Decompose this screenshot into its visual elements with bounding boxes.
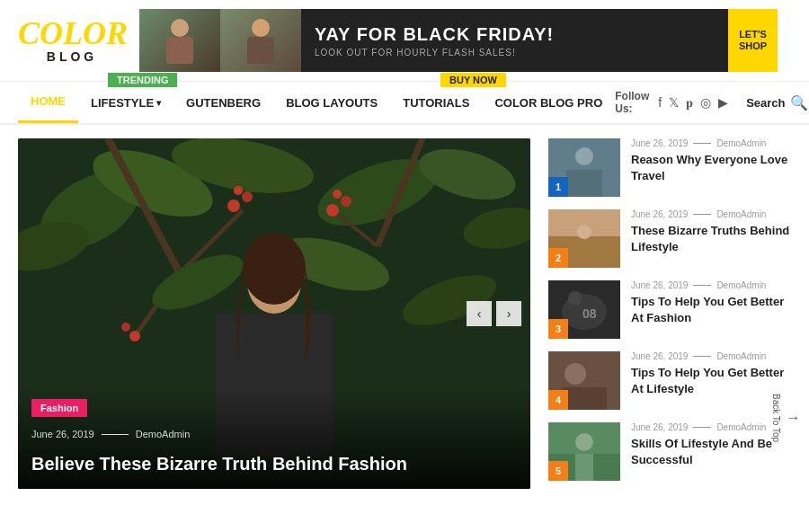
svg-point-47 [575,433,593,451]
featured-category-tag[interactable]: Fashion [31,399,87,417]
sidebar-meta-3: June 26, 2019 DemoAdmin [631,280,791,290]
nav-item-color-blog-pro[interactable]: COLOR BLOG PRO [482,96,615,110]
svg-text:08: 08 [582,306,597,321]
sidebar-date-1: June 26, 2019 [631,138,688,148]
svg-point-43 [565,363,586,385]
sidebar-thumb-2: 2 [548,209,620,268]
nav-item-tutorials[interactable]: TUTORIALS [390,96,482,110]
sidebar-item-3: 08 3 June 26, 2019 DemoAdmin Tips To Hel… [548,280,791,339]
svg-rect-48 [575,454,593,481]
svg-point-24 [121,323,130,332]
nav-item-home[interactable]: HOME [18,82,78,123]
search-icon: 🔍 [790,94,808,111]
back-to-top-label: Back To Top [771,394,781,442]
featured-author: DemoAdmin [136,429,191,439]
sidebar-author-3: DemoAdmin [716,280,766,290]
search-button[interactable]: Search 🔍 [746,94,807,111]
logo-blog-text: BLOG [18,49,126,64]
sidebar-date-3: June 26, 2019 [631,280,688,290]
svg-point-17 [227,200,240,212]
person-icon-1 [153,12,207,70]
featured-meta-divider [102,434,129,435]
sidebar-meta-1: June 26, 2019 DemoAdmin [631,138,791,148]
back-to-top-arrow-icon: ↑ [786,414,802,421]
instagram-icon[interactable]: ◎ [700,95,711,110]
trending-badge: TRENDING [108,73,177,87]
sidebar-item-2: 2 June 26, 2019 DemoAdmin These Bizarre … [548,209,791,268]
header: COLOR BLOG YAY FOR BLACK FRIDAY! LOOK OU… [0,0,809,82]
logo-color-text: COLOR [18,17,126,49]
search-label: Search [746,96,785,110]
svg-point-40 [568,291,582,306]
sidebar-author-1: DemoAdmin [716,138,766,148]
svg-point-30 [243,233,306,305]
sidebar-item-4: 4 June 26, 2019 DemoAdmin Tips To Help Y… [548,351,791,410]
sidebar-title-5[interactable]: Skills Of Lifestyle And Be Successful [631,436,791,468]
svg-point-22 [333,190,342,199]
back-to-top-button[interactable]: ↑ Back To Top [771,394,802,442]
svg-point-21 [341,196,351,207]
svg-point-20 [326,204,339,217]
svg-point-23 [129,331,140,341]
sidebar-title-4[interactable]: Tips To Help You Get Better At Lifestyle [631,365,791,397]
logo-color-highlight: C [18,15,40,51]
sidebar-item-5: 5 June 26, 2019 DemoAdmin Skills Of Life… [548,422,791,481]
facebook-icon[interactable]: f [658,95,662,110]
sidebar-item-1: 1 June 26, 2019 DemoAdmin Reason Why Eve… [548,138,791,197]
nav-item-lifestyle[interactable]: LIFESTYLE ▾ [78,96,173,110]
banner-cta-button[interactable]: LET'S SHOP [728,9,778,72]
main-content: ‹ › Fashion June 26, 2019 DemoAdmin Beli… [0,125,809,507]
svg-rect-44 [562,387,607,410]
sidebar: 1 June 26, 2019 DemoAdmin Reason Why Eve… [548,138,791,493]
social-icons: f 𝕏 𝐩 ◎ ▶ [658,95,728,111]
person-icon-2 [234,12,288,70]
twitter-icon[interactable]: 𝕏 [669,95,679,110]
svg-rect-0 [171,19,189,37]
sidebar-title-3[interactable]: Tips To Help You Get Better At Fashion [631,294,791,326]
featured-meta: June 26, 2019 DemoAdmin [31,429,190,439]
slider-prev-button[interactable]: ‹ [467,301,492,326]
sidebar-author-2: DemoAdmin [716,209,766,219]
nav-item-gutenberg[interactable]: GUTENBERG [173,96,273,110]
sidebar-date-2: June 26, 2019 [631,209,688,219]
logo: COLOR BLOG [18,17,126,64]
pinterest-icon[interactable]: 𝐩 [686,95,693,111]
svg-rect-3 [247,37,274,64]
banner-title: YAY FOR BLACK FRIDAY! [315,24,715,45]
sidebar-number-3: 3 [548,319,568,339]
featured-image: ‹ › Fashion June 26, 2019 DemoAdmin Beli… [18,138,530,489]
svg-rect-2 [252,19,270,37]
sidebar-meta-5: June 26, 2019 DemoAdmin [631,422,791,432]
svg-point-33 [575,147,593,165]
sidebar-title-2[interactable]: These Bizarre Truths Behind Lifestyle [631,223,791,255]
sidebar-number-4: 4 [548,390,568,410]
featured-date: June 26, 2019 [31,429,94,439]
svg-rect-1 [166,37,193,64]
main-nav: HOME LIFESTYLE ▾ GUTENBERG BLOG LAYOUTS … [0,82,809,123]
nav-item-blog-layouts[interactable]: BLOG LAYOUTS [273,96,390,110]
sidebar-content-2: June 26, 2019 DemoAdmin These Bizarre Tr… [631,209,791,255]
header-banner: YAY FOR BLACK FRIDAY! LOOK OUT FOR HOURL… [139,9,778,72]
nav-right: Follow Us: f 𝕏 𝐩 ◎ ▶ Search 🔍 [615,90,807,115]
sidebar-meta-2: June 26, 2019 DemoAdmin [631,209,791,219]
slider-next-button[interactable]: › [496,301,521,326]
sidebar-thumb-1: 1 [548,138,620,197]
slider-controls: ‹ › [467,301,521,326]
sidebar-number-5: 5 [548,461,568,481]
sidebar-number-1: 1 [548,177,568,197]
svg-point-37 [577,225,591,239]
sidebar-author-5: DemoAdmin [716,422,766,432]
buynow-badge[interactable]: BUY NOW [440,73,506,87]
banner-image-1 [139,9,220,72]
featured-title: Believe These Bizarre Truth Behind Fashi… [31,452,517,475]
youtube-icon[interactable]: ▶ [718,95,728,110]
sidebar-thumb-5: 5 [548,422,620,481]
sidebar-title-1[interactable]: Reason Why Everyone Love Travel [631,152,791,184]
sidebar-meta-4: June 26, 2019 DemoAdmin [631,351,791,361]
sidebar-thumb-4: 4 [548,351,620,410]
sidebar-number-2: 2 [548,248,568,268]
svg-rect-34 [566,170,602,197]
banner-image-2 [220,9,301,72]
sidebar-content-3: June 26, 2019 DemoAdmin Tips To Help You… [631,280,791,326]
svg-point-19 [234,186,243,195]
